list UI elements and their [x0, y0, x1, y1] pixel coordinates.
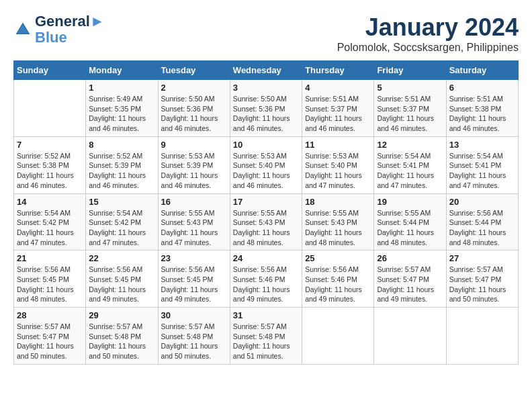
day-info: Sunrise: 5:53 AM Sunset: 5:40 PM Dayligh…	[233, 151, 299, 191]
day-number: 28	[17, 310, 83, 320]
day-info: Sunrise: 5:49 AM Sunset: 5:35 PM Dayligh…	[89, 94, 154, 134]
day-info: Sunrise: 5:55 AM Sunset: 5:44 PM Dayligh…	[377, 208, 443, 248]
weekday-header-thursday: Thursday	[302, 61, 374, 80]
page-header: General► Blue January 2024 Polomolok, So…	[13, 13, 519, 54]
day-number: 27	[449, 253, 515, 263]
day-info: Sunrise: 5:54 AM Sunset: 5:41 PM Dayligh…	[377, 151, 443, 191]
day-number: 7	[17, 140, 83, 150]
calendar-cell: 21Sunrise: 5:56 AM Sunset: 5:45 PM Dayli…	[14, 250, 86, 308]
calendar-cell: 26Sunrise: 5:57 AM Sunset: 5:47 PM Dayli…	[374, 250, 446, 308]
day-info: Sunrise: 5:52 AM Sunset: 5:38 PM Dayligh…	[17, 151, 83, 191]
day-number: 21	[17, 253, 83, 263]
weekday-header-saturday: Saturday	[446, 61, 518, 80]
day-number: 20	[449, 197, 515, 207]
day-number: 9	[161, 140, 227, 150]
day-number: 10	[233, 140, 299, 150]
day-number: 8	[89, 140, 154, 150]
calendar-cell: 15Sunrise: 5:54 AM Sunset: 5:42 PM Dayli…	[86, 193, 158, 250]
calendar-cell: 29Sunrise: 5:57 AM Sunset: 5:48 PM Dayli…	[86, 308, 158, 365]
day-info: Sunrise: 5:57 AM Sunset: 5:48 PM Dayligh…	[161, 322, 227, 361]
day-number: 26	[377, 253, 443, 263]
day-number: 16	[161, 197, 227, 207]
day-info: Sunrise: 5:56 AM Sunset: 5:44 PM Dayligh…	[449, 208, 515, 248]
calendar-cell: 20Sunrise: 5:56 AM Sunset: 5:44 PM Dayli…	[446, 193, 518, 250]
logo-icon	[13, 20, 32, 39]
calendar-cell: 12Sunrise: 5:54 AM Sunset: 5:41 PM Dayli…	[374, 136, 446, 193]
day-info: Sunrise: 5:54 AM Sunset: 5:42 PM Dayligh…	[89, 208, 154, 248]
calendar-cell: 4Sunrise: 5:51 AM Sunset: 5:37 PM Daylig…	[302, 80, 374, 137]
day-number: 13	[449, 140, 515, 150]
day-number: 30	[161, 310, 227, 320]
day-number: 1	[89, 83, 154, 93]
day-info: Sunrise: 5:55 AM Sunset: 5:43 PM Dayligh…	[161, 208, 227, 248]
day-info: Sunrise: 5:57 AM Sunset: 5:48 PM Dayligh…	[233, 322, 299, 361]
logo: General► Blue	[13, 13, 105, 46]
day-info: Sunrise: 5:53 AM Sunset: 5:40 PM Dayligh…	[305, 151, 371, 191]
calendar-cell: 16Sunrise: 5:55 AM Sunset: 5:43 PM Dayli…	[158, 193, 230, 250]
calendar-cell: 19Sunrise: 5:55 AM Sunset: 5:44 PM Dayli…	[374, 193, 446, 250]
day-info: Sunrise: 5:57 AM Sunset: 5:48 PM Dayligh…	[89, 322, 154, 361]
calendar-cell: 24Sunrise: 5:56 AM Sunset: 5:46 PM Dayli…	[230, 250, 302, 308]
day-info: Sunrise: 5:54 AM Sunset: 5:41 PM Dayligh…	[449, 151, 515, 191]
day-info: Sunrise: 5:55 AM Sunset: 5:43 PM Dayligh…	[233, 208, 299, 248]
day-info: Sunrise: 5:57 AM Sunset: 5:47 PM Dayligh…	[377, 265, 443, 304]
day-info: Sunrise: 5:56 AM Sunset: 5:45 PM Dayligh…	[17, 265, 83, 304]
day-info: Sunrise: 5:54 AM Sunset: 5:42 PM Dayligh…	[17, 208, 83, 248]
calendar-cell: 3Sunrise: 5:50 AM Sunset: 5:36 PM Daylig…	[230, 80, 302, 137]
calendar-cell: 7Sunrise: 5:52 AM Sunset: 5:38 PM Daylig…	[14, 136, 86, 193]
day-info: Sunrise: 5:56 AM Sunset: 5:45 PM Dayligh…	[89, 265, 154, 304]
location-title: Polomolok, Soccsksargen, Philippines	[337, 42, 519, 54]
calendar-cell	[302, 308, 374, 365]
calendar-cell: 23Sunrise: 5:56 AM Sunset: 5:45 PM Dayli…	[158, 250, 230, 308]
day-number: 18	[305, 197, 371, 207]
day-number: 23	[161, 253, 227, 263]
day-number: 15	[89, 197, 154, 207]
calendar-cell	[374, 308, 446, 365]
day-number: 4	[305, 83, 371, 93]
weekday-header-wednesday: Wednesday	[230, 61, 302, 80]
calendar-body: 1Sunrise: 5:49 AM Sunset: 5:35 PM Daylig…	[14, 80, 519, 365]
calendar-cell: 18Sunrise: 5:55 AM Sunset: 5:43 PM Dayli…	[302, 193, 374, 250]
title-block: January 2024 Polomolok, Soccsksargen, Ph…	[337, 13, 519, 54]
calendar-week-row: 28Sunrise: 5:57 AM Sunset: 5:47 PM Dayli…	[14, 308, 519, 365]
weekday-header-sunday: Sunday	[14, 61, 86, 80]
day-info: Sunrise: 5:51 AM Sunset: 5:37 PM Dayligh…	[377, 94, 443, 134]
calendar-cell: 10Sunrise: 5:53 AM Sunset: 5:40 PM Dayli…	[230, 136, 302, 193]
calendar-cell: 17Sunrise: 5:55 AM Sunset: 5:43 PM Dayli…	[230, 193, 302, 250]
day-info: Sunrise: 5:57 AM Sunset: 5:47 PM Dayligh…	[449, 265, 515, 304]
day-number: 17	[233, 197, 299, 207]
calendar-cell: 8Sunrise: 5:52 AM Sunset: 5:39 PM Daylig…	[86, 136, 158, 193]
calendar-cell: 1Sunrise: 5:49 AM Sunset: 5:35 PM Daylig…	[86, 80, 158, 137]
calendar-cell: 5Sunrise: 5:51 AM Sunset: 5:37 PM Daylig…	[374, 80, 446, 137]
day-info: Sunrise: 5:51 AM Sunset: 5:37 PM Dayligh…	[305, 94, 371, 134]
day-number: 24	[233, 253, 299, 263]
calendar-cell: 22Sunrise: 5:56 AM Sunset: 5:45 PM Dayli…	[86, 250, 158, 308]
day-number: 14	[17, 197, 83, 207]
day-info: Sunrise: 5:53 AM Sunset: 5:39 PM Dayligh…	[161, 151, 227, 191]
day-info: Sunrise: 5:56 AM Sunset: 5:46 PM Dayligh…	[305, 265, 371, 304]
calendar-cell: 27Sunrise: 5:57 AM Sunset: 5:47 PM Dayli…	[446, 250, 518, 308]
day-number: 2	[161, 83, 227, 93]
calendar-week-row: 7Sunrise: 5:52 AM Sunset: 5:38 PM Daylig…	[14, 136, 519, 193]
day-info: Sunrise: 5:57 AM Sunset: 5:47 PM Dayligh…	[17, 322, 83, 361]
day-info: Sunrise: 5:50 AM Sunset: 5:36 PM Dayligh…	[233, 94, 299, 134]
calendar-cell: 13Sunrise: 5:54 AM Sunset: 5:41 PM Dayli…	[446, 136, 518, 193]
day-number: 11	[305, 140, 371, 150]
month-title: January 2024	[337, 13, 519, 42]
day-number: 12	[377, 140, 443, 150]
day-info: Sunrise: 5:55 AM Sunset: 5:43 PM Dayligh…	[305, 208, 371, 248]
calendar-cell: 28Sunrise: 5:57 AM Sunset: 5:47 PM Dayli…	[14, 308, 86, 365]
day-number: 22	[89, 253, 154, 263]
day-number: 5	[377, 83, 443, 93]
day-number: 29	[89, 310, 154, 320]
day-number: 6	[449, 83, 515, 93]
calendar-table: SundayMondayTuesdayWednesdayThursdayFrid…	[13, 60, 519, 365]
weekday-header-tuesday: Tuesday	[158, 61, 230, 80]
calendar-cell: 14Sunrise: 5:54 AM Sunset: 5:42 PM Dayli…	[14, 193, 86, 250]
calendar-cell: 31Sunrise: 5:57 AM Sunset: 5:48 PM Dayli…	[230, 308, 302, 365]
calendar-cell	[14, 80, 86, 137]
calendar-cell: 2Sunrise: 5:50 AM Sunset: 5:36 PM Daylig…	[158, 80, 230, 137]
day-info: Sunrise: 5:56 AM Sunset: 5:46 PM Dayligh…	[233, 265, 299, 304]
day-info: Sunrise: 5:52 AM Sunset: 5:39 PM Dayligh…	[89, 151, 154, 191]
day-number: 31	[233, 310, 299, 320]
